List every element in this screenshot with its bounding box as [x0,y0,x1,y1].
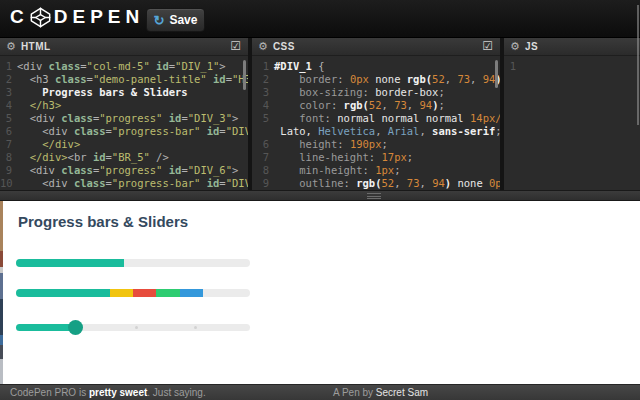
css-code-editor[interactable]: 1#DIV_1 {2 border: 0px none rgb(52, 73, … [252,56,500,190]
preview-heading: Progress bars & Sliders [18,213,188,230]
code-line: 4 </h3> [0,99,248,112]
css-panel-header[interactable]: ⚙ CSS ☑ [252,38,500,56]
js-panel: ⚙ JS 1 [504,38,640,190]
code-line: Lato, Helvetica, Arial, sans-serif; [252,125,500,138]
codepen-cube-icon [30,7,51,28]
logo-text-depen: DEPEN [54,6,144,28]
footer-attribution-prefix: A Pen by [333,387,376,398]
html-panel: ⚙ HTML ☑ 1<div class="col-md-5" id="DIV_… [0,38,248,190]
code-line: 2 <h3 class="demo-panel-title" id="H3_2"… [0,73,248,86]
code-line: 1 [504,60,640,73]
footer-promo: CodePen PRO is pretty sweet. Just saying… [10,387,206,398]
code-line: 7 line-height: 17px; [252,151,500,164]
code-line: 1<div class="col-md-5" id="DIV_1"> [0,60,248,73]
code-line: 3 box-sizing: border-box; [252,86,500,99]
footer-promo-prefix: CodePen PRO is [10,387,89,398]
html-panel-header[interactable]: ⚙ HTML ☑ [0,38,248,56]
gear-icon[interactable]: ⚙ [510,41,520,52]
gear-icon[interactable]: ⚙ [258,41,268,52]
html-editor-scrollbar[interactable] [243,60,246,90]
footer-promo-highlight[interactable]: pretty sweet [89,387,147,398]
save-button[interactable]: ↻ Save [146,8,205,32]
footer-attribution: A Pen by Secret Sam [333,387,428,398]
top-bar: C DEPEN ↻ Save [0,0,640,38]
css-editor-scrollbar[interactable] [495,60,498,88]
preview-edge-strip [0,201,3,384]
code-line: 9 <div class="progress" id="DIV_6"> [0,164,248,177]
footer-promo-suffix: . Just saying. [147,387,205,398]
progress-segment [110,289,133,297]
footer-bar: CodePen PRO is pretty sweet. Just saying… [0,384,640,400]
preview-pane: Progress bars & Sliders [0,201,640,384]
css-panel: ⚙ CSS ☑ 1#DIV_1 {2 border: 0px none rgb(… [252,38,500,190]
logo-text-c: C [10,6,29,28]
slider-tick [135,326,138,329]
progress-segment [16,289,110,297]
progress-segment [16,259,124,267]
progress-segment [156,289,179,297]
code-line: 9 outline: rgb(52, 73, 94) none 0px; [252,177,500,190]
css-panel-title: CSS [273,41,295,52]
slider-track[interactable] [16,324,250,331]
code-line: 8 min-height: 1px; [252,164,500,177]
gear-icon[interactable]: ⚙ [6,41,16,52]
js-code-editor[interactable]: 1 [504,56,640,190]
slider-fill [16,324,75,331]
codepen-logo[interactable]: C DEPEN [10,6,144,28]
progress-segment [180,289,203,297]
resizer-grip-icon[interactable] [367,193,381,199]
footer-author-link[interactable]: Secret Sam [376,387,428,398]
editor-preview-resizer[interactable] [0,190,640,201]
html-panel-title: HTML [21,41,51,52]
code-line: 7 </div> [0,138,248,151]
slider-handle[interactable] [68,320,83,335]
code-line: 6 <div class="progress-bar" id="DIV_4"> [0,125,248,138]
html-code-editor[interactable]: 1<div class="col-md-5" id="DIV_1">2 <h3 … [0,56,248,190]
code-line: 4 color: rgb(52, 73, 94); [252,99,500,112]
editor-region: ⚙ HTML ☑ 1<div class="col-md-5" id="DIV_… [0,38,640,190]
code-line: 6 height: 190px; [252,138,500,151]
code-line: 5 <div class="progress" id="DIV_3"> [0,112,248,125]
codepen-window: C DEPEN ↻ Save ⚙ HTML ☑ 1<div class="co [0,0,640,400]
checkbox-icon[interactable]: ☑ [230,40,241,52]
window-scrollbar[interactable] [637,5,639,125]
slider-tick [194,326,197,329]
code-line: 10 <div class="progress-bar" id="DIV_7"> [0,177,248,190]
code-line: 3 Progress bars & Sliders [0,86,248,99]
progress-segment [133,289,156,297]
refresh-icon: ↻ [154,14,165,27]
code-line: 2 border: 0px none rgb(52, 73, 94); [252,73,500,86]
checkbox-icon[interactable]: ☑ [482,40,493,52]
code-line: 1#DIV_1 { [252,60,500,73]
js-panel-title: JS [525,41,538,52]
progress-bar-stacked [16,289,250,297]
code-line: 8 </div><br id="BR_5" /> [0,151,248,164]
progress-bar-single [16,259,250,267]
save-button-label: Save [169,13,197,27]
code-line: 5 font: normal normal normal 14px/17px [252,112,500,125]
js-panel-header[interactable]: ⚙ JS [504,38,640,56]
